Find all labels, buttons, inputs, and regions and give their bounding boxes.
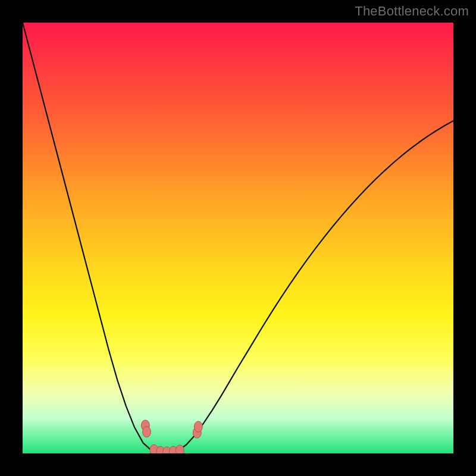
chart-frame: TheBottleneck.com <box>0 0 476 476</box>
watermark-text: TheBottleneck.com <box>355 4 469 19</box>
curve-marker <box>176 445 184 453</box>
plot-area <box>23 23 453 453</box>
curve-marker <box>143 427 151 437</box>
curve-marker <box>194 421 202 432</box>
bottleneck-curve <box>23 23 453 453</box>
curve-layer <box>23 23 453 453</box>
